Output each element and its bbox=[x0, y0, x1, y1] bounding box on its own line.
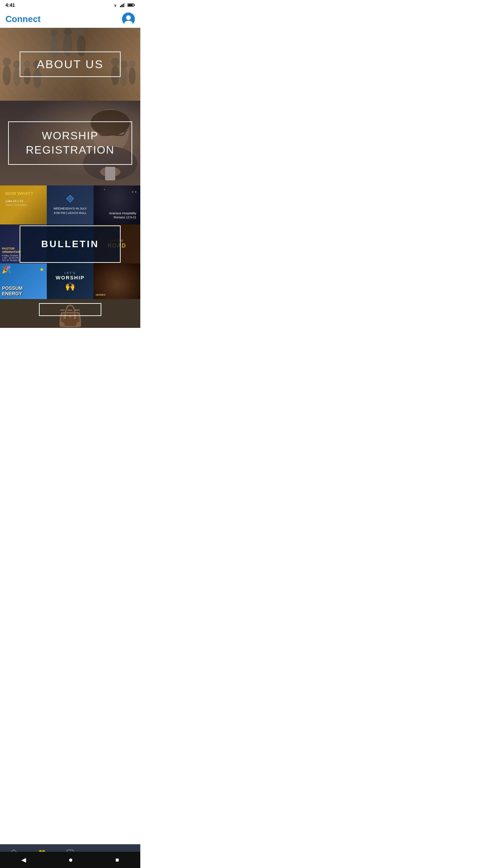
media-grid-row1: NOW WHAT? Luke 24:1-12 Pastor Ordination… bbox=[0, 185, 140, 263]
now-what-text: NOW WHAT? bbox=[3, 188, 44, 199]
svg-point-22 bbox=[120, 61, 127, 68]
media-cell-wednesdays[interactable]: WEDNESDAYS IN JULY6:00 PM | LEACH HALL bbox=[47, 185, 94, 224]
worship-text-small: WORSHIP bbox=[56, 275, 85, 280]
svg-rect-2 bbox=[121, 5, 122, 7]
bulletin-text: BULLETIN bbox=[41, 239, 99, 250]
lets-text: LET'S bbox=[64, 271, 76, 275]
svg-point-26 bbox=[64, 28, 72, 35]
gracious-text: Gracious HospitalityRomans 12:9-21 bbox=[107, 209, 138, 222]
svg-point-11 bbox=[3, 65, 11, 85]
svg-rect-3 bbox=[123, 4, 124, 7]
svg-point-9 bbox=[126, 15, 131, 20]
media-cell-gracious[interactable]: ✦ ✦ ✦ Gracious HospitalityRomans 12:9-21 bbox=[94, 185, 140, 224]
partial-banner[interactable]: 👜 — — — bbox=[0, 299, 140, 328]
about-us-banner[interactable]: ABOUT US bbox=[0, 28, 140, 101]
battery-icon bbox=[127, 3, 135, 7]
svg-rect-7 bbox=[128, 4, 133, 6]
svg-point-23 bbox=[129, 67, 136, 85]
svg-rect-1 bbox=[120, 6, 121, 7]
svg-point-28 bbox=[50, 29, 58, 37]
svg-point-12 bbox=[3, 58, 11, 66]
media-cell-lets-worship[interactable]: LET'S WORSHIP 🙌 bbox=[47, 263, 94, 299]
status-time: 4:41 bbox=[5, 2, 15, 8]
svg-point-0 bbox=[115, 6, 116, 7]
wifi-icon bbox=[113, 3, 118, 7]
svg-rect-41 bbox=[105, 167, 115, 180]
app-title: Connect bbox=[5, 14, 41, 24]
partial-banner-text: — — — bbox=[60, 307, 80, 312]
svg-rect-4 bbox=[124, 3, 125, 7]
svg-rect-6 bbox=[134, 4, 135, 6]
possum-text: POSSUMENERGY bbox=[2, 286, 23, 296]
worship-registration-text: WORSHIP REGISTRATION bbox=[26, 129, 115, 157]
about-us-text: ABOUT US bbox=[37, 58, 103, 71]
status-icons bbox=[113, 3, 135, 7]
partial-banner-box: — — — bbox=[39, 303, 101, 316]
profile-avatar[interactable] bbox=[122, 13, 135, 25]
wednesdays-text: WEDNESDAYS IN JULY6:00 PM | LEACH HALL bbox=[52, 205, 88, 216]
media-grid-top: NOW WHAT? Luke 24:1-12 Pastor Ordination… bbox=[0, 185, 140, 224]
svg-point-24 bbox=[129, 61, 136, 67]
signal-icon bbox=[120, 3, 125, 7]
status-bar: 4:41 bbox=[0, 0, 140, 10]
svg-point-30 bbox=[77, 28, 85, 36]
media-cell-possum[interactable]: 🎉 ★ POSSUMENERGY bbox=[0, 263, 47, 299]
header: Connect bbox=[0, 10, 140, 28]
worship-registration-banner[interactable]: WORSHIP REGISTRATION bbox=[0, 101, 140, 185]
media-grid-row3: 🎉 ★ POSSUMENERGY LET'S WORSHIP 🙌 SERIES bbox=[0, 263, 140, 299]
media-cell-now-what[interactable]: NOW WHAT? Luke 24:1-12 Pastor Ordination… bbox=[0, 185, 47, 224]
media-grid-row2-wrapper: PastorOrdination Friday, October 117:00 … bbox=[0, 224, 140, 263]
svg-point-21 bbox=[120, 67, 127, 86]
about-us-box[interactable]: ABOUT US bbox=[20, 52, 120, 77]
worship-box[interactable]: WORSHIP REGISTRATION bbox=[8, 121, 132, 164]
media-cell-extra[interactable]: SERIES bbox=[94, 263, 140, 299]
bulletin-overlay[interactable]: BULLETIN bbox=[20, 225, 121, 263]
